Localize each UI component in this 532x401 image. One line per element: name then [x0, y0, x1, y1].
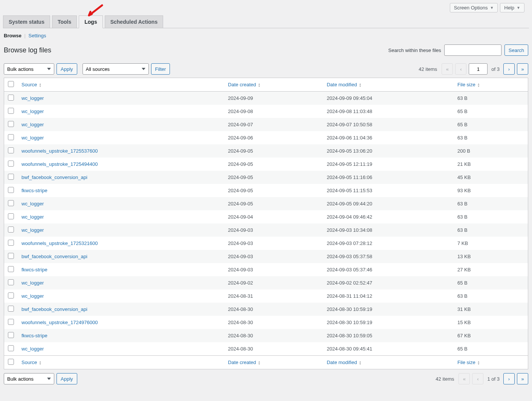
date-created-cell: 2024-09-05: [224, 184, 323, 197]
filter-button[interactable]: Filter: [151, 63, 170, 75]
row-checkbox[interactable]: [8, 95, 14, 101]
table-row: wc_logger 2024-08-30 2024-08-30 09:45:41…: [4, 342, 528, 356]
search-button[interactable]: Search: [504, 44, 528, 56]
row-checkbox[interactable]: [8, 187, 14, 193]
date-modified-cell: 2024-09-03 10:34:08: [323, 223, 454, 237]
file-size-cell: 63 B: [454, 197, 528, 210]
date-modified-cell: 2024-08-30 09:45:41: [323, 342, 454, 356]
last-page-button[interactable]: »: [517, 63, 528, 75]
column-date-created-footer[interactable]: Date created▲▼: [224, 356, 323, 369]
source-link[interactable]: woofunnels_upstroke_1725537600: [21, 148, 98, 154]
tab-logs[interactable]: Logs: [79, 15, 102, 28]
source-link[interactable]: fkwcs-stripe: [21, 333, 47, 338]
source-link[interactable]: woofunnels_upstroke_1725494400: [21, 161, 98, 167]
table-row: fkwcs-stripe 2024-08-30 2024-08-30 10:59…: [4, 329, 528, 342]
row-checkbox[interactable]: [8, 161, 14, 167]
row-checkbox[interactable]: [8, 253, 14, 259]
source-link[interactable]: wc_logger: [21, 214, 44, 220]
apply-button[interactable]: Apply: [57, 63, 77, 75]
file-size-cell: 65 B: [454, 342, 528, 356]
page-total: of 3: [491, 66, 500, 72]
source-link[interactable]: woofunnels_upstroke_1724976000: [21, 320, 98, 325]
row-checkbox[interactable]: [8, 240, 14, 246]
column-file-size[interactable]: File size▲▼: [454, 78, 528, 92]
source-link[interactable]: wc_logger: [21, 135, 44, 141]
row-checkbox[interactable]: [8, 213, 14, 219]
column-file-size-footer[interactable]: File size▲▼: [454, 356, 528, 369]
select-all-checkbox[interactable]: [8, 81, 14, 87]
divider: |: [24, 33, 26, 38]
row-checkbox[interactable]: [8, 345, 14, 351]
page-input[interactable]: [469, 63, 488, 75]
bulk-actions-select-bottom[interactable]: Bulk actions: [4, 373, 54, 384]
apply-button-bottom[interactable]: Apply: [57, 373, 77, 384]
next-page-button[interactable]: ›: [503, 63, 515, 75]
next-page-button-bottom[interactable]: ›: [503, 373, 515, 384]
source-link[interactable]: bwf_facebook_conversion_api: [21, 306, 87, 312]
screen-options-button[interactable]: Screen Options ▼: [450, 3, 498, 12]
source-link[interactable]: bwf_facebook_conversion_api: [21, 254, 87, 259]
search-input[interactable]: [444, 44, 501, 56]
row-checkbox[interactable]: [8, 306, 14, 312]
source-link[interactable]: wc_logger: [21, 95, 44, 101]
items-count-bottom: 42 items: [436, 376, 454, 382]
row-checkbox[interactable]: [8, 279, 14, 285]
row-checkbox[interactable]: [8, 134, 14, 140]
source-link[interactable]: wc_logger: [21, 293, 44, 299]
prev-page-button-bottom: ‹: [472, 373, 483, 384]
row-checkbox[interactable]: [8, 319, 14, 325]
tab-scheduled-actions[interactable]: Scheduled Actions: [105, 15, 164, 28]
file-size-cell: 7 KB: [454, 237, 528, 250]
help-button[interactable]: Help ▼: [500, 3, 524, 12]
date-modified-cell: 2024-09-05 12:11:19: [323, 158, 454, 171]
date-created-cell: 2024-09-03: [224, 263, 323, 276]
table-row: wc_logger 2024-09-02 2024-09-02 02:52:47…: [4, 276, 528, 289]
file-size-cell: 13 KB: [454, 250, 528, 263]
row-checkbox[interactable]: [8, 200, 14, 206]
subnav-settings[interactable]: Settings: [29, 33, 46, 38]
last-page-button-bottom[interactable]: »: [517, 373, 528, 384]
date-modified-cell: 2024-09-07 10:50:58: [323, 118, 454, 131]
source-link[interactable]: wc_logger: [21, 201, 44, 207]
row-checkbox[interactable]: [8, 108, 14, 114]
source-link[interactable]: wc_logger: [21, 346, 44, 352]
source-link[interactable]: bwf_facebook_conversion_api: [21, 174, 87, 180]
source-link[interactable]: wc_logger: [21, 109, 44, 114]
column-source-footer[interactable]: Source▲▼: [18, 356, 224, 369]
select-all-header[interactable]: [4, 78, 18, 92]
select-all-checkbox-footer[interactable]: [8, 359, 14, 365]
column-date-created[interactable]: Date created▲▼: [224, 78, 323, 92]
file-size-cell: 31 KB: [454, 303, 528, 316]
row-checkbox[interactable]: [8, 227, 14, 233]
sort-icon: ▲▼: [39, 83, 41, 87]
bulk-actions-select[interactable]: Bulk actions: [4, 63, 54, 75]
file-size-cell: 93 KB: [454, 184, 528, 197]
table-row: woofunnels_upstroke_1725537600 2024-09-0…: [4, 144, 528, 158]
row-checkbox[interactable]: [8, 332, 14, 338]
source-link[interactable]: wc_logger: [21, 227, 44, 233]
date-created-cell: 2024-09-08: [224, 105, 323, 118]
date-modified-cell: 2024-09-05 11:15:53: [323, 184, 454, 197]
column-source[interactable]: Source▲▼: [18, 78, 224, 92]
table-row: wc_logger 2024-09-03 2024-09-03 10:34:08…: [4, 223, 528, 237]
column-date-modified[interactable]: Date modified▲▼: [323, 78, 454, 92]
row-checkbox[interactable]: [8, 266, 14, 272]
row-checkbox[interactable]: [8, 174, 14, 180]
date-created-cell: 2024-09-03: [224, 223, 323, 237]
column-date-modified-footer[interactable]: Date modified▲▼: [323, 356, 454, 369]
items-count: 42 items: [419, 66, 437, 72]
source-link[interactable]: woofunnels_upstroke_1725321600: [21, 240, 98, 246]
subnav-browse[interactable]: Browse: [4, 33, 21, 38]
select-all-footer[interactable]: [4, 356, 18, 369]
tab-tools[interactable]: Tools: [52, 15, 77, 28]
all-sources-select[interactable]: All sources: [83, 63, 149, 75]
tab-system-status[interactable]: System status: [3, 15, 50, 28]
source-link[interactable]: wc_logger: [21, 280, 44, 286]
date-created-cell: 2024-09-04: [224, 210, 323, 223]
source-link[interactable]: fkwcs-stripe: [21, 188, 47, 193]
row-checkbox[interactable]: [8, 292, 14, 298]
row-checkbox[interactable]: [8, 147, 14, 153]
row-checkbox[interactable]: [8, 121, 14, 127]
source-link[interactable]: fkwcs-stripe: [21, 267, 47, 272]
source-link[interactable]: wc_logger: [21, 122, 44, 127]
